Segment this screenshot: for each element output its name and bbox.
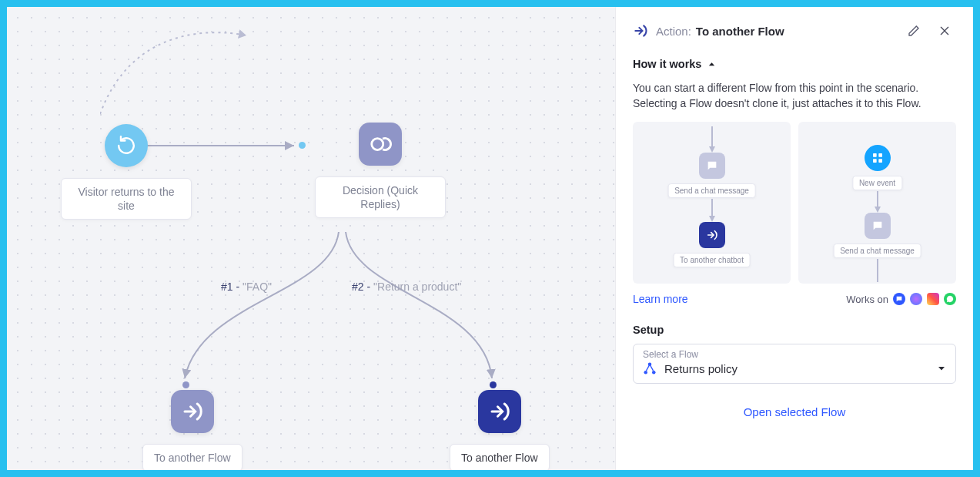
open-selected-flow-button[interactable]: Open selected Flow <box>744 405 846 418</box>
chat-icon <box>865 213 891 239</box>
svg-marker-17 <box>875 207 881 213</box>
node-label: To another Flow <box>450 444 550 470</box>
section-label: How it works <box>633 58 701 70</box>
svg-point-20 <box>644 371 648 375</box>
svg-rect-15 <box>878 160 882 163</box>
close-icon <box>938 25 951 37</box>
node-label: Visitor returns to the site <box>61 178 192 220</box>
node-label: To another Flow <box>142 444 242 470</box>
setup-heading: Setup <box>633 324 956 336</box>
branch-prefix: #1 <box>221 280 233 293</box>
event-icon <box>865 145 891 171</box>
mini-label: To another chatbot <box>673 253 751 267</box>
channel-livechat-icon <box>893 293 905 305</box>
node-decision[interactable]: Decision (Quick Replies) <box>315 123 446 218</box>
illustration: Send a chat message To another chatbot N… <box>633 122 956 284</box>
svg-rect-13 <box>878 153 882 157</box>
svg-rect-12 <box>873 153 877 157</box>
edge-decision-to-flow-a <box>177 232 346 386</box>
pencil-icon <box>908 25 920 37</box>
branch-label-2: #2 - "Return a product" <box>352 280 461 293</box>
svg-rect-14 <box>873 160 877 163</box>
svg-marker-10 <box>709 216 715 222</box>
decision-icon <box>359 123 402 166</box>
works-on: Works on <box>846 293 956 305</box>
svg-point-21 <box>652 371 656 375</box>
node-to-flow-b[interactable]: To another Flow <box>450 390 550 470</box>
how-it-works-description: You can start a different Flow from this… <box>633 81 956 111</box>
chat-icon <box>699 153 725 179</box>
svg-marker-8 <box>709 146 715 153</box>
mini-label: Send a chat message <box>667 183 756 198</box>
channel-messenger-icon <box>910 293 922 305</box>
header-prefix: Action: <box>656 25 691 38</box>
flow-select[interactable]: Select a Flow Returns policy <box>633 344 956 384</box>
to-flow-icon <box>171 390 214 433</box>
chevron-down-icon <box>937 364 946 373</box>
how-it-works-toggle[interactable]: How it works <box>633 58 956 70</box>
refresh-icon <box>105 124 148 167</box>
app-root: #1 - "FAQ" #2 - "Return a product" Visit… <box>7 7 973 470</box>
branch-prefix: #2 <box>352 280 364 293</box>
branch-text: FAQ <box>246 280 268 293</box>
port-dot <box>182 381 189 388</box>
to-flow-icon <box>478 390 521 433</box>
to-flow-icon <box>633 23 648 39</box>
node-to-flow-a[interactable]: To another Flow <box>142 390 242 470</box>
mini-label: Send a chat message <box>833 244 921 258</box>
to-flow-icon <box>699 222 725 248</box>
illustration-footer: Learn more Works on <box>633 293 956 305</box>
flow-canvas[interactable]: #1 - "FAQ" #2 - "Return a product" Visit… <box>7 7 615 470</box>
node-start[interactable]: Visitor returns to the site <box>61 124 192 220</box>
select-label: Select a Flow <box>643 349 946 360</box>
flow-branch-icon <box>643 361 657 375</box>
selected-flow-value: Returns policy <box>664 362 929 375</box>
header-title: To another Flow <box>696 25 784 38</box>
branch-label-1: #1 - "FAQ" <box>221 280 272 293</box>
close-button[interactable] <box>933 19 956 42</box>
panel-header: Action: To another Flow <box>633 19 956 42</box>
illustration-left: Send a chat message To another chatbot <box>633 122 791 284</box>
mini-label: New event <box>852 176 902 190</box>
node-label: Decision (Quick Replies) <box>315 176 446 218</box>
chevron-up-icon <box>707 60 716 69</box>
edit-button[interactable] <box>902 19 925 42</box>
port-dot <box>490 381 497 388</box>
learn-more-link[interactable]: Learn more <box>633 293 688 305</box>
port-dot <box>299 142 306 149</box>
branch-text: Return a product <box>377 280 457 293</box>
edge-decision-to-flow-b <box>338 232 507 386</box>
works-on-label: Works on <box>846 294 888 305</box>
channel-instagram-icon <box>927 293 939 305</box>
details-panel: Action: To another Flow How it works You… <box>615 7 973 470</box>
channel-whatsapp-icon <box>944 293 956 305</box>
svg-point-1 <box>372 139 383 150</box>
illustration-right: New event Send a chat message <box>798 122 956 284</box>
